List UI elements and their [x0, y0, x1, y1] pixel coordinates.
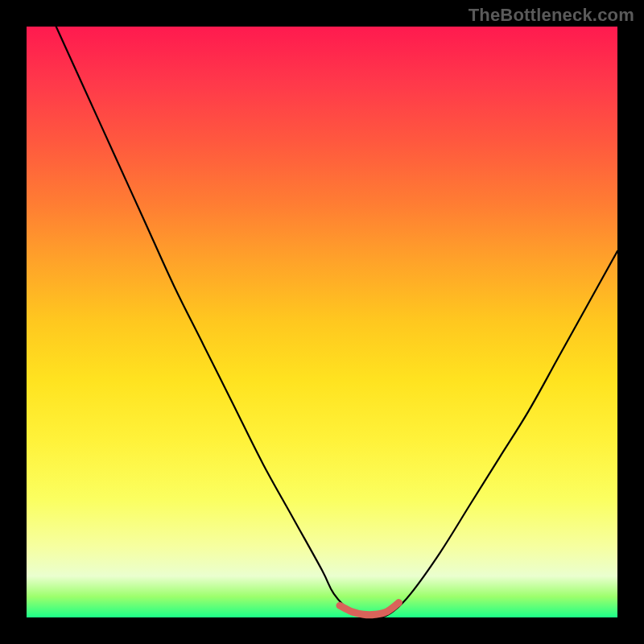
- watermark-text: TheBottleneck.com: [469, 5, 634, 26]
- highlight-segment-path: [340, 603, 398, 615]
- bottleneck-curve-path: [56, 27, 617, 618]
- bottleneck-curve-svg: [27, 27, 617, 617]
- chart-frame: TheBottleneck.com: [0, 0, 644, 644]
- plot-area: [27, 27, 617, 617]
